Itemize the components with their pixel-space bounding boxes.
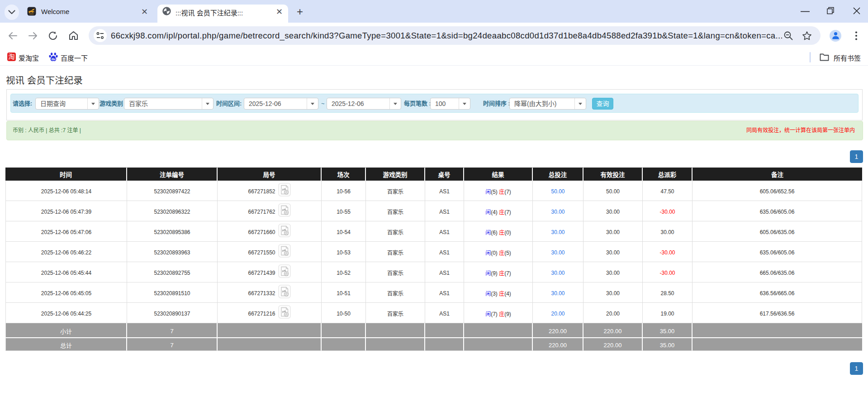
svg-text:du: du <box>51 57 56 61</box>
